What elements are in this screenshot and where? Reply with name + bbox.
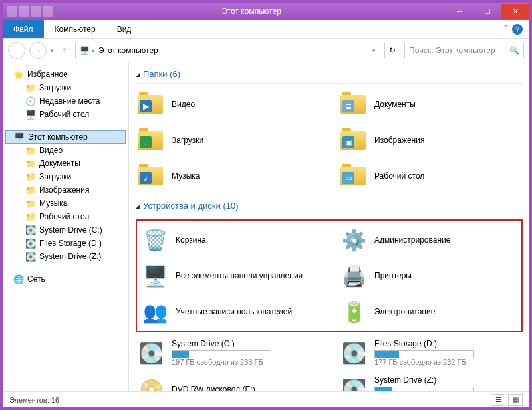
folder-label: Музыка [172, 171, 200, 181]
minimize-button[interactable]: ─ [446, 4, 473, 19]
device-icon: 🖨️ [340, 262, 368, 290]
star-icon: ⭐ [13, 69, 24, 80]
close-button[interactable]: ✕ [501, 4, 529, 19]
folder-icon: ♪ [137, 162, 165, 190]
device-label: Электропитание [374, 307, 435, 317]
tab-computer[interactable]: Компьютер [44, 20, 106, 38]
collapse-icon: ◢ [136, 203, 140, 209]
help-icon[interactable]: ? [512, 24, 523, 35]
sidebar-item-drive-c[interactable]: 💽System Drive (C:) [5, 223, 126, 237]
device-item[interactable]: ⚙️ Администрирование [338, 223, 519, 256]
search-input[interactable]: Поиск: Этот компьютер 🔍 [404, 43, 524, 58]
folder-item[interactable]: ▭ Рабочий стол [338, 159, 523, 193]
sys-icon[interactable] [19, 6, 29, 17]
folder-icon: 📁 [25, 211, 36, 222]
ribbon-tabs: Файл Компьютер Вид ˅ ? [3, 20, 529, 39]
desktop-icon: 🖥️ [25, 109, 36, 120]
forward-button[interactable]: → [29, 42, 47, 59]
drive-icon: 💽 [137, 339, 165, 367]
sidebar-this-pc[interactable]: 🖥️Этот компьютер [5, 130, 126, 144]
sidebar-item-downloads[interactable]: 📁Загрузки [5, 81, 126, 94]
folder-item[interactable]: ↓ Загрузки [136, 124, 320, 157]
device-icon: 🖥️ [141, 262, 169, 290]
breadcrumb-location[interactable]: Этот компьютер [98, 46, 158, 55]
folder-label: Рабочий стол [374, 171, 424, 181]
drive-icon: 💽 [340, 375, 368, 391]
network-icon: 🌐 [13, 274, 24, 284]
device-item[interactable]: 🗑️ Корзина [140, 223, 320, 256]
drive-label: DVD RW дисковод (E:) [172, 385, 255, 391]
sidebar-item-pictures[interactable]: 📁Изображения [5, 183, 126, 197]
titlebar[interactable]: Этот компьютер ─ ☐ ✕ [3, 3, 529, 20]
sidebar-network[interactable]: 🌐Сеть [5, 272, 126, 286]
device-label: Корзина [176, 235, 206, 245]
tab-view[interactable]: Вид [106, 20, 142, 38]
device-icon: ⚙️ [340, 226, 368, 254]
chevron-down-icon[interactable]: ▾ [372, 47, 376, 54]
sidebar-item-documents[interactable]: 📁Документы [5, 157, 126, 170]
recent-dropdown-icon[interactable]: ▾ [51, 47, 54, 54]
recent-icon: 🕘 [25, 96, 36, 106]
folder-item[interactable]: ▣ Изображения [338, 124, 523, 157]
device-item[interactable]: 👥 Учетные записи пользователей [140, 295, 320, 328]
section-folders-header[interactable]: ◢ Папки (6) [136, 66, 523, 84]
sys-icon[interactable] [31, 6, 41, 17]
sys-icon[interactable] [7, 6, 17, 17]
content-pane: ◢ Папки (6) ▶ Видео ≣ Документы ↓ Загруз… [129, 62, 529, 391]
folder-icon: 📁 [25, 171, 36, 182]
device-item[interactable]: 🔋 Электропитание [338, 295, 519, 328]
sidebar-item-drive-d[interactable]: 💽Files Storage (D:) [5, 237, 126, 250]
quick-access-toolbar[interactable] [3, 6, 57, 17]
folder-item[interactable]: ▶ Видео [136, 88, 320, 121]
drive-icon: 💽 [25, 251, 36, 262]
drive-item[interactable]: 💽 System Drive (C:)197 ГБ свободно из 23… [136, 336, 320, 370]
window-title: Этот компьютер [57, 7, 446, 16]
highlight-annotation: 🗑️ Корзина⚙️ Администрирование🖥️ Все эле… [136, 219, 523, 332]
device-item[interactable]: 🖨️ Принтеры [338, 259, 519, 292]
device-label: Все элементы панели управления [176, 271, 303, 281]
folder-label: Изображения [374, 136, 424, 146]
back-button[interactable]: ← [8, 42, 25, 59]
folder-item[interactable]: ♪ Музыка [136, 159, 320, 193]
view-icons-button[interactable]: ▦ [508, 394, 523, 406]
folder-icon: ≣ [340, 90, 368, 118]
sys-icon[interactable] [43, 6, 53, 17]
folder-icon: 📁 [25, 185, 36, 195]
ribbon-expand-icon[interactable]: ˅ [503, 24, 508, 34]
drive-label: System Drive (C:) [172, 339, 271, 349]
drive-icon: 💽 [340, 339, 368, 367]
sidebar-item-downloads[interactable]: 📁Загрузки [5, 170, 126, 183]
sidebar-item-recent[interactable]: 🕘Недавние места [5, 94, 126, 108]
drive-item[interactable]: 💽 Files Storage (D:)177 ГБ свободно из 2… [338, 336, 523, 370]
navigation-pane: ⭐Избранное 📁Загрузки 🕘Недавние места 🖥️Р… [3, 62, 129, 391]
folder-label: Документы [374, 100, 416, 110]
status-item-count: Элементов: 16 [9, 396, 59, 404]
sidebar-item-videos[interactable]: 📁Видео [5, 144, 126, 157]
section-devices-header[interactable]: ◢ Устройства и диски (10) [136, 198, 523, 215]
breadcrumb[interactable]: 🖥️ ▸ Этот компьютер ▾ [75, 43, 380, 58]
device-icon: 🔋 [340, 298, 368, 326]
sidebar-favorites[interactable]: ⭐Избранное [5, 68, 126, 81]
up-button[interactable]: ↑ [58, 45, 71, 56]
tab-file[interactable]: Файл [3, 20, 44, 38]
drive-icon: 💽 [25, 225, 36, 235]
sidebar-item-desktop[interactable]: 📁Рабочий стол [5, 210, 126, 223]
folder-icon: ▣ [340, 126, 368, 154]
drive-label: System Drive (Z:) [374, 375, 474, 385]
drive-item[interactable]: 💽 System Drive (Z:)197 ГБ свободно из 23… [338, 373, 523, 391]
device-item[interactable]: 🖥️ Все элементы панели управления [140, 259, 320, 292]
sidebar-item-music[interactable]: 📁Музыка [5, 197, 126, 210]
folder-label: Видео [172, 100, 195, 110]
refresh-button[interactable]: ↻ [384, 43, 400, 58]
drive-label: Files Storage (D:) [374, 339, 474, 349]
folder-label: Загрузки [172, 136, 203, 146]
chevron-right-icon[interactable]: ▸ [92, 47, 96, 54]
sidebar-item-drive-z[interactable]: 💽System Drive (Z:) [5, 250, 126, 263]
maximize-button[interactable]: ☐ [473, 4, 501, 19]
drive-item[interactable]: 📀 DVD RW дисковод (E:) [136, 373, 320, 391]
computer-icon: 🖥️ [14, 132, 25, 142]
folder-icon: ↓ [137, 126, 165, 154]
sidebar-item-desktop[interactable]: 🖥️Рабочий стол [5, 108, 126, 121]
view-details-button[interactable]: ☰ [491, 394, 505, 406]
folder-item[interactable]: ≣ Документы [338, 88, 523, 121]
